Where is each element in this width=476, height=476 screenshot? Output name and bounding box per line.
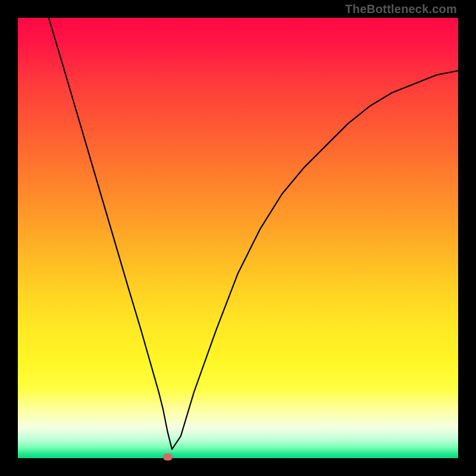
- attribution-text: TheBottleneck.com: [345, 2, 457, 16]
- curve-svg: [18, 18, 458, 458]
- minimum-marker: [163, 453, 173, 461]
- plot-area: [18, 18, 458, 458]
- chart-frame: TheBottleneck.com: [0, 0, 476, 476]
- bottleneck-curve: [49, 18, 458, 449]
